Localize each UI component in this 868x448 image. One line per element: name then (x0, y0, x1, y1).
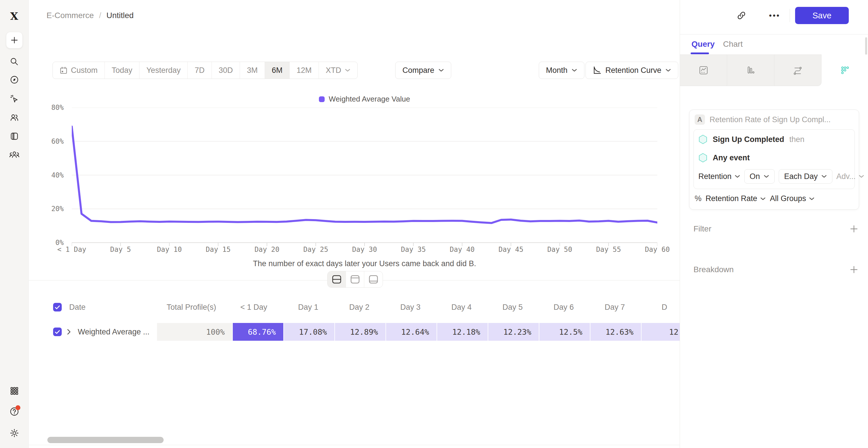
breakdown-section: Breakdown (693, 262, 858, 278)
x-axis-tick: < 1 Day (57, 245, 86, 253)
granularity-dropdown[interactable]: Month (539, 62, 584, 79)
row-expand-chevron[interactable] (67, 329, 71, 335)
cell-day8-truncated[interactable]: 12. (642, 323, 680, 341)
range-today[interactable]: Today (105, 62, 140, 78)
more-menu-button[interactable]: ••• (767, 8, 782, 23)
second-event-row[interactable]: Any event (694, 148, 855, 167)
x-axis-tick: Day 20 (255, 245, 280, 253)
col-header-total-profiles[interactable]: Total Profile(s) (148, 303, 224, 312)
cell-day7[interactable]: 12.63% (590, 323, 641, 341)
col-header-lt1day[interactable]: < 1 Day (224, 303, 275, 312)
cell-day4[interactable]: 12.18% (437, 323, 488, 341)
cell-day3[interactable]: 12.64% (386, 323, 437, 341)
cell-total-profiles[interactable]: 100% (157, 323, 232, 341)
col-header-day3[interactable]: Day 3 (377, 303, 428, 312)
gear-icon[interactable] (9, 428, 19, 438)
range-3m[interactable]: 3M (240, 62, 265, 78)
col-header-day5[interactable]: Day 5 (479, 303, 530, 312)
flows-icon (793, 65, 803, 75)
report-type-retention-active[interactable] (822, 55, 868, 86)
range-7d[interactable]: 7D (188, 62, 212, 78)
cell-day6[interactable]: 12.5% (539, 323, 590, 341)
range-30d[interactable]: 30D (212, 62, 240, 78)
chevron-down-icon (760, 197, 766, 201)
board-icon[interactable] (10, 132, 19, 141)
layout-chart-only-button[interactable] (346, 271, 364, 287)
compare-label: Compare (402, 66, 434, 75)
filter-section: Filter (693, 221, 858, 237)
col-header-day6[interactable]: Day 6 (531, 303, 581, 312)
add-filter-button[interactable] (849, 225, 858, 233)
layout-table-only-button[interactable] (364, 271, 383, 287)
on-dropdown[interactable]: On (744, 169, 775, 183)
cursor-click-icon[interactable] (9, 94, 19, 104)
breadcrumb-separator: / (99, 11, 101, 20)
event-hexagon-icon (699, 153, 708, 163)
breadcrumb-report-title[interactable]: Untitled (106, 11, 134, 20)
create-button[interactable] (6, 32, 23, 48)
interval-dropdown[interactable]: Each Day (779, 169, 832, 183)
breadcrumb-project[interactable]: E-Commerce (46, 11, 94, 20)
cell-lt1day[interactable]: 68.76% (233, 323, 283, 341)
metric-value: Retention Rate (706, 194, 757, 203)
report-type-insights[interactable] (680, 55, 727, 86)
chart-legend[interactable]: Weighted Average Value (72, 95, 657, 104)
groups-dropdown[interactable]: All Groups (770, 194, 815, 203)
save-button[interactable]: Save (795, 7, 849, 24)
notification-dot (16, 405, 20, 410)
cell-day5[interactable]: 12.23% (488, 323, 539, 341)
chevron-down-icon (821, 175, 827, 178)
row-label[interactable]: Weighted Average ... (78, 328, 150, 337)
col-header-day2[interactable]: Day 2 (327, 303, 377, 312)
cell-day1[interactable]: 17.08% (284, 323, 334, 341)
compass-icon[interactable] (10, 75, 19, 84)
range-12m[interactable]: 12M (290, 62, 319, 78)
funnels-icon (746, 65, 755, 75)
cohort-icon[interactable] (9, 150, 20, 160)
search-icon[interactable] (10, 57, 19, 66)
report-type-funnels[interactable] (727, 55, 774, 86)
col-header-day4[interactable]: Day 4 (429, 303, 479, 312)
y-axis-tick: 60% (40, 137, 64, 145)
range-xtd[interactable]: XTD (319, 62, 358, 78)
col-header-date[interactable]: Date (69, 303, 148, 312)
line-chart-plot[interactable] (72, 108, 657, 246)
first-event-row[interactable]: Sign Up Completed then (694, 130, 855, 148)
check-icon (55, 305, 60, 309)
apps-grid-icon[interactable] (10, 386, 19, 395)
step-title[interactable]: Retention Rate of Sign Up Compl... (710, 115, 831, 124)
chart-style-dropdown[interactable]: Retention Curve (586, 62, 678, 79)
layout-split-button[interactable] (328, 271, 346, 287)
on-value: On (750, 172, 760, 181)
select-all-checkbox[interactable] (53, 303, 62, 311)
range-label: Yesterday (146, 66, 181, 75)
mixpanel-logo[interactable]: X (10, 10, 19, 22)
compare-button[interactable]: Compare (395, 62, 451, 79)
range-custom[interactable]: Custom (53, 62, 105, 78)
retention-type-dropdown[interactable]: Retention (699, 172, 740, 181)
filter-label: Filter (693, 224, 711, 234)
col-header-day1[interactable]: Day 1 (275, 303, 326, 312)
row-checkbox[interactable] (53, 328, 62, 336)
advanced-value: Adv... (836, 172, 856, 181)
report-controls: Custom Today Yesterday 7D 30D 3M 6M 12M … (53, 62, 674, 79)
advanced-dropdown[interactable]: Adv... (836, 172, 864, 181)
cell-day2[interactable]: 12.89% (335, 323, 385, 341)
event-hexagon-icon (699, 135, 708, 144)
add-breakdown-button[interactable] (849, 265, 858, 274)
tab-query[interactable]: Query (691, 40, 715, 49)
horizontal-scrollbar-thumb[interactable] (48, 437, 164, 443)
x-axis-tick: Day 25 (303, 245, 329, 253)
users-icon[interactable] (9, 113, 19, 123)
table-only-view-icon (368, 275, 379, 284)
help-icon[interactable] (9, 406, 20, 418)
copy-link-button[interactable] (734, 8, 749, 23)
y-axis-tick: 40% (40, 171, 64, 179)
tab-chart[interactable]: Chart (723, 40, 743, 49)
range-6m-selected[interactable]: 6M (265, 62, 290, 78)
report-type-flows[interactable] (774, 55, 822, 86)
col-header-day8-truncated[interactable]: D (633, 303, 671, 312)
col-header-day7[interactable]: Day 7 (582, 303, 632, 312)
range-yesterday[interactable]: Yesterday (140, 62, 188, 78)
metric-dropdown[interactable]: Retention Rate (706, 194, 766, 203)
